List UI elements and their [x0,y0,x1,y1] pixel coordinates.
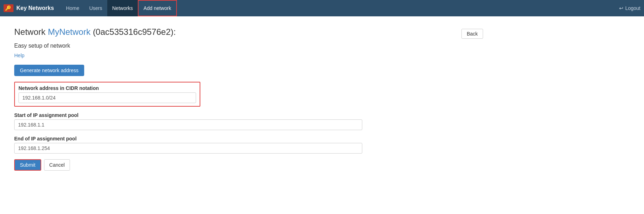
pool-start-group: Start of IP assignment pool [14,112,483,130]
pool-end-label: End of IP assignment pool [14,136,483,141]
brand-link[interactable]: 🔑 Key Networks [4,4,54,12]
logout-button[interactable]: ↩ Logout [619,5,640,11]
action-row: Submit Cancel [14,159,483,171]
pool-start-input[interactable] [14,119,362,130]
back-button[interactable]: Back [461,29,483,39]
title-prefix: Network [14,27,48,37]
page-title: Network MyNetwork (0ac535316c9576e2): [14,27,176,37]
main-content: Network MyNetwork (0ac535316c9576e2): Ba… [0,16,497,181]
cancel-button[interactable]: Cancel [44,159,70,171]
navbar: 🔑 Key Networks Home Users Networks Add n… [0,0,644,16]
nav-add-network[interactable]: Add network [138,0,177,16]
cidr-input[interactable] [18,92,196,103]
brand-label: Key Networks [16,5,54,11]
page-subtitle: Easy setup of network [14,43,483,49]
submit-button[interactable]: Submit [14,159,41,171]
logout-label: Logout [625,5,640,11]
svg-text:🔑: 🔑 [5,5,11,11]
network-name: MyNetwork [48,27,91,37]
navbar-right: ↩ Logout [619,5,640,11]
logout-icon: ↩ [619,5,623,11]
title-row: Network MyNetwork (0ac535316c9576e2): Ba… [14,27,483,40]
nav-networks[interactable]: Networks [107,0,138,16]
nav-home[interactable]: Home [61,0,84,16]
network-id: (0ac535316c9576e2): [93,27,176,37]
nav-users[interactable]: Users [84,0,107,16]
generate-btn-container: Generate network address [14,65,483,82]
pool-end-input[interactable] [14,143,362,154]
cidr-label: Network address in CIDR notation [18,85,196,91]
pool-start-label: Start of IP assignment pool [14,112,483,118]
cidr-field-group: Network address in CIDR notation [14,82,200,107]
help-link[interactable]: Help [14,53,25,58]
pool-end-group: End of IP assignment pool [14,136,483,154]
brand-icon: 🔑 [4,4,13,12]
generate-network-address-button[interactable]: Generate network address [14,65,84,76]
